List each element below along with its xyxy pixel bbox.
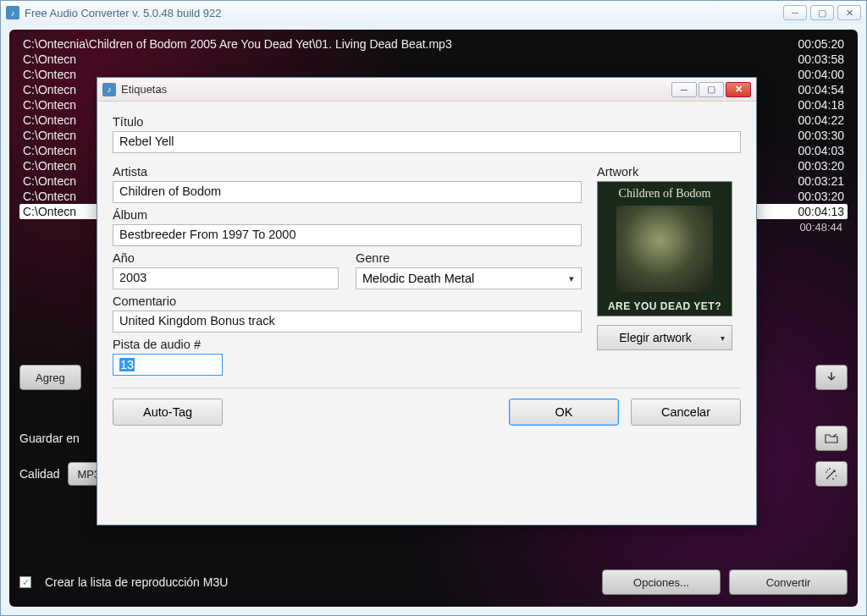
window-title: Free Audio Converter v. 5.0.48 build 922 [25, 7, 783, 19]
arrow-down-icon [825, 371, 838, 384]
track-duration: 00:03:58 [798, 52, 845, 66]
ok-button[interactable]: OK [509, 399, 619, 426]
track-duration: 00:04:54 [798, 83, 845, 96]
track-number-label: Pista de audio # [113, 338, 582, 351]
track-duration: 00:03:30 [798, 129, 845, 142]
track-path: C:\Ontecn [23, 52, 76, 66]
track-duration: 00:03:20 [798, 190, 845, 203]
settings-button[interactable] [815, 461, 848, 487]
artwork-preview: Children of Bodom ARE YOU DEAD YET? [597, 181, 732, 316]
artist-field[interactable]: Children of Bodom [113, 181, 582, 203]
main-window: ♪ Free Audio Converter v. 5.0.48 build 9… [0, 0, 867, 616]
browse-folder-button[interactable] [815, 426, 848, 451]
track-path: C:\Ontecn [23, 113, 76, 127]
auto-tag-button[interactable]: Auto-Tag [113, 399, 223, 426]
save-to-label: Guardar en [19, 432, 80, 445]
dialog-app-icon: ♪ [102, 83, 116, 96]
dialog-maximize-button[interactable]: ▢ [699, 82, 724, 97]
track-path: C:\Ontecn [23, 68, 76, 81]
track-duration: 00:05:20 [798, 37, 845, 51]
title-label: Título [113, 115, 741, 129]
track-path: C:\Ontecn [23, 83, 76, 96]
convert-button[interactable]: Convertir [729, 569, 848, 595]
cancel-button[interactable]: Cancelar [631, 399, 741, 426]
main-titlebar: ♪ Free Audio Converter v. 5.0.48 build 9… [1, 1, 866, 25]
year-field[interactable]: 2003 [113, 267, 339, 289]
folder-open-icon [825, 432, 838, 445]
wand-icon [825, 467, 838, 481]
track-duration: 00:04:18 [798, 98, 845, 112]
track-row[interactable]: C:\Ontecnia\Children of Bodom 2005 Are Y… [19, 36, 848, 52]
track-path: C:\Ontecn [23, 129, 76, 142]
track-path: C:\Ontecn [23, 190, 76, 203]
track-path: C:\Ontecn [23, 98, 76, 112]
dialog-title: Etiquetas [121, 83, 670, 96]
artwork-image [616, 206, 713, 292]
add-files-button[interactable]: Agreg [19, 365, 81, 390]
tags-dialog: ♪ Etiquetas ─ ▢ ✕ Título Rebel Yell Arti… [97, 77, 757, 525]
artwork-label: Artwork [597, 165, 741, 179]
track-duration: 00:04:13 [798, 205, 845, 218]
quality-label: Calidad [19, 467, 59, 481]
artwork-band-text: Children of Bodom [598, 187, 732, 201]
track-duration: 00:04:03 [798, 144, 845, 157]
track-duration: 00:04:22 [798, 113, 845, 127]
track-duration: 00:03:20 [798, 159, 845, 173]
comment-field[interactable]: United Kingdom Bonus track [113, 311, 582, 333]
app-icon: ♪ [6, 6, 19, 19]
track-number-value: 13 [119, 358, 135, 371]
playlist-checkbox[interactable]: ✓ [19, 576, 31, 588]
comment-label: Comentario [113, 294, 582, 308]
genre-label: Genre [356, 251, 582, 265]
genre-select[interactable]: Melodic Death Metal [356, 267, 582, 289]
track-path: C:\Ontecn [23, 174, 76, 188]
title-field[interactable]: Rebel Yell [113, 131, 741, 153]
minimize-button[interactable]: ─ [783, 5, 807, 20]
track-number-field[interactable]: 13 [113, 354, 223, 376]
dialog-minimize-button[interactable]: ─ [671, 82, 697, 97]
artwork-caption: ARE YOU DEAD YET? [598, 300, 732, 312]
artist-label: Artista [113, 165, 582, 179]
track-path: C:\Ontecn [23, 205, 76, 218]
year-label: Año [113, 251, 339, 265]
choose-artwork-button[interactable]: Elegir artwork [597, 325, 732, 350]
track-duration: 00:03:21 [798, 174, 845, 188]
dialog-close-button[interactable]: ✕ [726, 82, 751, 97]
album-field[interactable]: Bestbreeder From 1997 To 2000 [113, 224, 582, 246]
track-path: C:\Ontecn [23, 144, 76, 157]
album-label: Álbum [113, 208, 582, 222]
track-path: C:\Ontecn [23, 159, 76, 173]
playlist-checkbox-label: Crear la lista de reproducción M3U [45, 575, 228, 589]
dialog-titlebar: ♪ Etiquetas ─ ▢ ✕ [97, 78, 756, 102]
track-row[interactable]: C:\Ontecn00:03:58 [19, 52, 848, 67]
dialog-separator [113, 388, 741, 388]
track-duration: 00:04:00 [798, 68, 845, 81]
move-down-button[interactable] [815, 365, 848, 390]
track-path: C:\Ontecnia\Children of Bodom 2005 Are Y… [23, 37, 452, 51]
options-button[interactable]: Opciones... [602, 569, 721, 595]
close-button[interactable]: ✕ [837, 5, 861, 20]
maximize-button[interactable]: ▢ [810, 5, 834, 20]
